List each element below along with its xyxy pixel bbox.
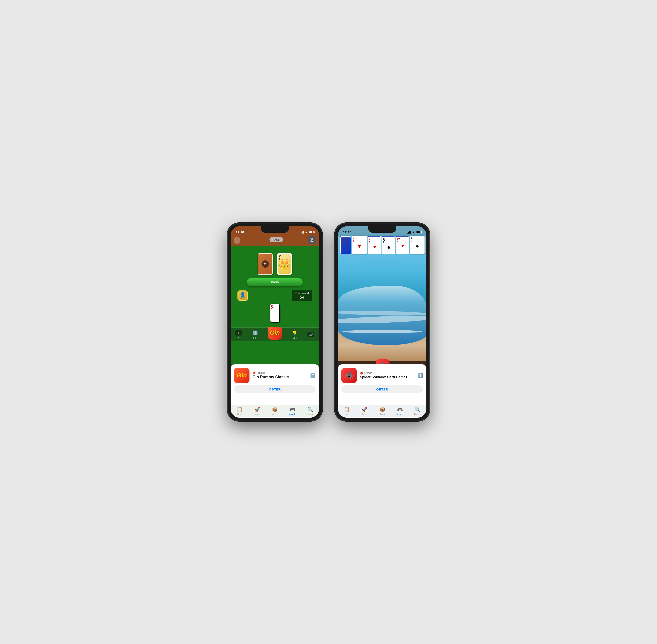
gin-tab-apps[interactable]: 📦 Apps: [266, 407, 284, 415]
jogos-label: Jogos: [254, 413, 260, 415]
gin-app-icon-image: Gin: [268, 326, 282, 340]
gin-hint-control[interactable]: 💡 Hint: [291, 329, 298, 340]
lightbulb-icon: 💡: [291, 329, 298, 337]
c10h-center: ♥: [397, 243, 409, 249]
gin-appstore-overlay: Gin 🍎 Arcade Gin Rummy Classic+ ⬆️: [231, 364, 319, 405]
gin-deck-card[interactable]: 31: [258, 253, 273, 275]
spider-battery-fill: [417, 231, 420, 233]
signal-bar-4: [303, 231, 303, 234]
gin-deadwood-info: Deadwood 54: [292, 290, 312, 301]
gin-status-time: 12:10: [236, 230, 244, 234]
cqs-suit: ♠: [383, 240, 394, 243]
sp-bar-4: [410, 231, 411, 234]
c7h-value: 7: [369, 237, 381, 240]
pause-icon: ⏸: [235, 330, 242, 336]
spider-chevron-down-icon: ⌄: [341, 395, 423, 401]
battery-fill: [310, 231, 312, 233]
gin-arcade-badge: 🍎 Arcade: [252, 371, 307, 374]
gin-info-label: Info: [253, 337, 257, 340]
spider-arcade-badge: 🍎 Arcade: [360, 372, 414, 374]
gin-logo-text: Gin: [270, 329, 280, 336]
spider-card-10h-stack: 10 ♥ ♥: [396, 236, 409, 254]
spider-app-info-row: 🕷️ 🍎 Arcade Spider Solitaire: Card Game+…: [341, 368, 423, 383]
signal-bar-1: [300, 233, 300, 234]
gin-king-card[interactable]: K ♠ 👑: [277, 253, 292, 275]
gin-app-icon: Gin: [268, 326, 282, 340]
apple-icon: 🍎: [252, 371, 256, 374]
spider-tab-hoje[interactable]: 📋 Hoje: [338, 407, 356, 415]
wifi-icon: ▲: [305, 231, 308, 234]
phone-1-notch: [261, 226, 289, 233]
c7h-center: ♥: [369, 244, 381, 250]
gin-pass-button[interactable]: Pass: [247, 278, 303, 286]
gin-hand-row: 8 ♣ 9 ♣ 10 ♣ 6: [233, 305, 316, 322]
buscar-label: Buscar: [307, 413, 314, 415]
gin-get-button[interactable]: OBTER: [234, 385, 316, 393]
gin-center-cards: 31 K ♠ 👑: [234, 253, 316, 275]
gin-app-text-info: 🍎 Arcade Gin Rummy Classic+: [252, 371, 307, 380]
spider-apps-label: Apps: [380, 413, 385, 415]
spider-cards-area: J ♥ 2 ♥ ♥ 7: [340, 236, 425, 255]
spider-solitaire-screen: 12:10 ▲: [338, 226, 426, 418]
gin-hand-cards: 8 ♣ 9 ♣ 10 ♣ 6: [232, 303, 317, 324]
cas-suit: ♠: [410, 239, 424, 242]
10h-front[interactable]: 10 ♥ ♥: [396, 236, 409, 254]
gin-pause-control[interactable]: ⏸ s: [235, 330, 242, 339]
gin-you-avatar: 👤 YOU: [237, 291, 248, 301]
sp-bar-3: [409, 231, 410, 234]
apps-label: Apps: [272, 413, 277, 415]
gin-app-name: Gin Rummy Classic+: [252, 375, 307, 380]
info-icon: ℹ️: [252, 329, 258, 337]
spider-tab-apps[interactable]: 📦 Apps: [373, 407, 391, 415]
phone-2-screen: 12:10 ▲: [338, 226, 426, 418]
hand-card-qh[interactable]: Q ♥: [270, 304, 279, 322]
spider-tab-arcade[interactable]: 🎮 Arcade: [391, 407, 409, 415]
spider-arcade-label: Arcade: [364, 372, 372, 374]
hc-suit: ♥: [271, 307, 278, 309]
qs-front[interactable]: Q ♠ ♠: [382, 236, 395, 254]
spider-share-icon: ⬆️: [417, 373, 423, 378]
hoje-icon: 📋: [236, 407, 243, 412]
gin-pass-header-button[interactable]: PASS: [269, 237, 283, 243]
spider-store-icon: 🕷️: [341, 368, 357, 383]
gin-you-area: 👤 YOU Deadwood 54: [234, 288, 316, 303]
arcade-label: Arcade: [289, 413, 296, 415]
spider-tab-buscar[interactable]: 🔍 Buscar: [409, 407, 426, 415]
gin-tab-buscar[interactable]: 🔍 Buscar: [301, 407, 319, 415]
gin-back-button[interactable]: ‹: [233, 237, 241, 244]
spider-share-button[interactable]: ⬆️: [417, 373, 423, 378]
spider-card-as[interactable]: A ♠ ♠: [410, 236, 425, 254]
share-icon: ⬆️: [310, 373, 316, 378]
c2h-center: ♥: [353, 243, 366, 249]
spider-tab-jogos[interactable]: 🚀 Jogos: [356, 407, 373, 415]
you-label: YOU: [241, 298, 244, 299]
spider-battery-icon: [416, 231, 421, 233]
7h-front[interactable]: 7 ♥ ♥: [368, 236, 381, 254]
hoje-label: Hoje: [237, 413, 242, 415]
gin-tab-hoje[interactable]: 📋 Hoje: [231, 407, 248, 415]
sp-bar-1: [407, 233, 408, 234]
gin-rabbit-icon: 🐰: [308, 236, 316, 244]
spider-card-7h-stack: 7 ♥ ♥: [368, 236, 381, 254]
gin-tab-jogos[interactable]: 🚀 Jogos: [248, 407, 266, 415]
cqs-value: Q: [383, 237, 394, 240]
gin-app-icon-control[interactable]: Gin: [268, 329, 282, 340]
sp-bar-2: [408, 232, 409, 234]
gin-shield-control[interactable]: 🔊: [308, 332, 314, 337]
phone-2-notch: [368, 226, 396, 233]
c7h-suit: ♥: [369, 240, 381, 243]
spider-status-time: 12:10: [343, 230, 351, 234]
gin-settings-label: s: [238, 336, 240, 339]
gin-info-control[interactable]: ℹ️ Info: [252, 329, 258, 340]
king-suit: ♠: [279, 257, 280, 260]
spider-arcade-tab-icon: 🎮: [397, 407, 403, 412]
gin-pass-label: Pass: [271, 280, 279, 284]
spider-card-2h[interactable]: 2 ♥ ♥: [352, 236, 367, 254]
gin-tab-arcade[interactable]: 🎮 Arcade: [284, 407, 301, 415]
spider-get-button[interactable]: OBTER: [341, 385, 423, 393]
gin-share-button[interactable]: ⬆️: [310, 373, 316, 378]
phone-1-screen: 12:10 ▲: [231, 226, 319, 418]
spider-app-text-info: 🍎 Arcade Spider Solitaire: Card Game+: [360, 372, 414, 379]
arcade-icon: 🎮: [290, 407, 295, 412]
gin-king-image: K ♠ 👑: [278, 254, 291, 274]
